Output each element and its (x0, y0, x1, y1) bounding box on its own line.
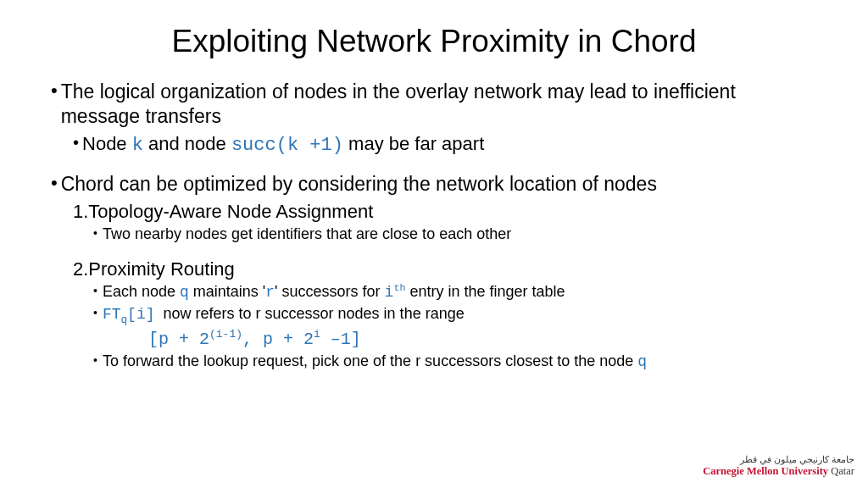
bullet-1-sub-text: Node k and node succ(k +1) may be far ap… (82, 132, 484, 158)
logo-arabic: جامعة كارنيجي ميلون في قطر (703, 454, 854, 465)
logo-english: Carnegie Mellon University Qatar (703, 465, 854, 478)
numbered-2-sub1: • Each node q maintains 'r' successors f… (93, 282, 817, 302)
code-i: ith (385, 284, 406, 301)
n2-s1-text: Each node q maintains 'r' successors for… (103, 282, 565, 302)
bullet-dot: • (73, 132, 79, 153)
bullet-dot: • (93, 282, 97, 300)
bullet-dot: • (93, 352, 97, 369)
slide: Exploiting Network Proximity in Chord • … (0, 0, 868, 391)
code-succ: succ(k +1) (231, 135, 343, 156)
bullet-2-text: Chord can be optimized by considering th… (61, 172, 657, 197)
code-q: q (180, 284, 189, 301)
code-q2: q (637, 353, 647, 370)
numbered-2: 2.Proximity Routing (73, 258, 817, 281)
numbered-1-sub: • Two nearby nodes get identifiers that … (93, 225, 817, 244)
n2-s2-text: FTq[i] now refers to r successor nodes i… (103, 304, 465, 327)
bullet-dot: • (93, 225, 97, 242)
university-logo: جامعة كارنيجي ميلون في قطر Carnegie Mell… (703, 454, 854, 478)
formula-range: [p + 2(i-1), p + 2i –1] (148, 329, 817, 350)
numbered-1: 1.Topology-Aware Node Assignment (73, 200, 817, 224)
bullet-1-text: The logical organization of nodes in the… (61, 80, 817, 129)
bullet-2: • Chord can be optimized by considering … (51, 172, 817, 197)
bullet-dot: • (51, 80, 58, 102)
code-ftq: FTq[i] (103, 306, 155, 323)
numbered-2-sub2: • FTq[i] now refers to r successor nodes… (93, 304, 817, 327)
code-r: r (265, 284, 275, 301)
slide-title: Exploiting Network Proximity in Chord (51, 24, 817, 59)
bullet-1-sub: • Node k and node succ(k +1) may be far … (73, 132, 817, 158)
numbered-2-sub3: • To forward the lookup request, pick on… (93, 352, 817, 372)
n2-s3-text: To forward the lookup request, pick one … (103, 352, 647, 372)
content-area: • The logical organization of nodes in t… (51, 80, 817, 372)
bullet-dot: • (51, 172, 58, 194)
bullet-1: • The logical organization of nodes in t… (51, 80, 817, 129)
bullet-dot: • (93, 304, 97, 322)
n1-sub-text: Two nearby nodes get identifiers that ar… (103, 225, 511, 244)
code-k: k (132, 135, 143, 156)
